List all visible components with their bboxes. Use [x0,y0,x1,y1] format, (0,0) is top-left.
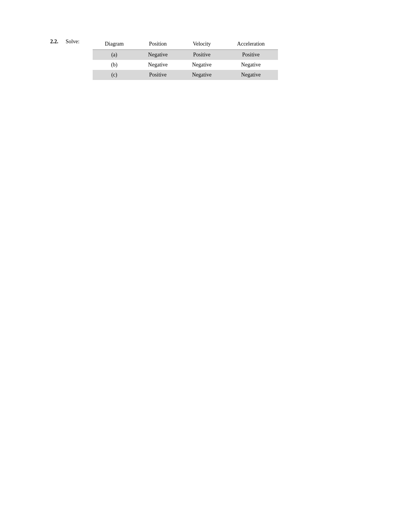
cell-position: Negative [136,50,180,60]
cell-velocity: Negative [180,70,224,80]
header-velocity: Velocity [180,39,224,50]
header-acceleration: Acceleration [224,39,278,50]
table-header-row: Diagram Position Velocity Acceleration [93,39,278,50]
table-wrapper: Diagram Position Velocity Acceleration (… [93,39,278,80]
cell-diagram: (b) [93,60,136,70]
cell-velocity: Positive [180,50,224,60]
table-row: (b)NegativeNegativeNegative [93,60,278,70]
problem-label: Solve: [66,39,85,45]
cell-position: Positive [136,70,180,80]
cell-diagram: (a) [93,50,136,60]
cell-acceleration: Negative [224,60,278,70]
table-row: (c)PositiveNegativeNegative [93,70,278,80]
cell-position: Negative [136,60,180,70]
data-table: Diagram Position Velocity Acceleration (… [93,39,278,80]
cell-velocity: Negative [180,60,224,70]
cell-diagram: (c) [93,70,136,80]
page-container: 2.2. Solve: Diagram Position Velocity Ac… [0,0,410,532]
problem-number: 2.2. [50,39,62,45]
header-diagram: Diagram [93,39,136,50]
cell-acceleration: Negative [224,70,278,80]
table-row: (a)NegativePositivePositive [93,50,278,60]
header-position: Position [136,39,180,50]
cell-acceleration: Positive [224,50,278,60]
problem-row: 2.2. Solve: Diagram Position Velocity Ac… [50,39,410,80]
